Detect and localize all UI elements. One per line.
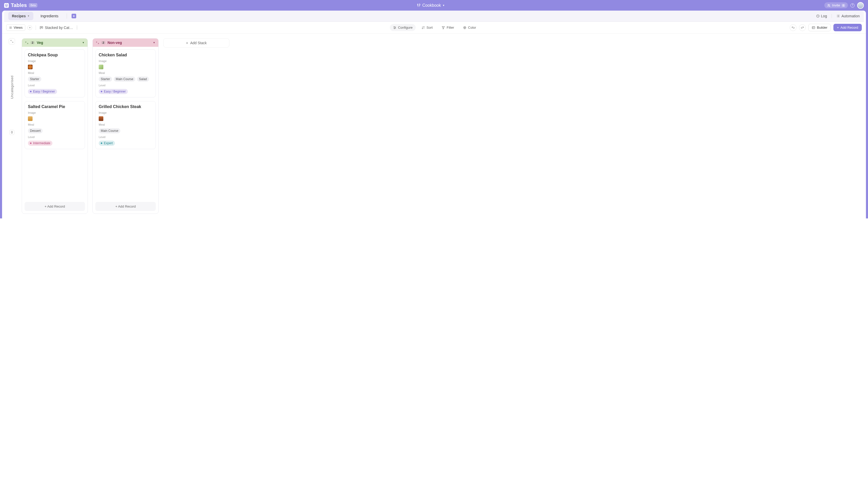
add-tab-button[interactable]: + [72, 14, 76, 18]
level-text: Easy / Beginner [33, 90, 55, 93]
filter-label: Filter [447, 26, 454, 29]
meal-tag: Salad [137, 77, 149, 82]
card-title: Chicken Salad [99, 53, 152, 57]
meal-tag: Main Course [99, 128, 121, 133]
tab-label: Ingredients [41, 14, 59, 18]
add-record-label: Add Record [840, 26, 858, 29]
expand-icon[interactable] [9, 38, 15, 44]
stack-nonveg: 2 Non-veg ▼ Chicken Salad Image Meal Sta… [92, 38, 158, 214]
add-stack-label: Add Stack [190, 41, 207, 45]
level-badge: Expert [99, 141, 115, 146]
gear-icon [836, 14, 840, 18]
app-header: Tables Beta Cookbook ▼ Invite 6 ? [0, 0, 868, 11]
field-label-meal: Meal [99, 71, 152, 74]
svg-point-7 [394, 26, 394, 27]
svg-point-0 [828, 4, 829, 5]
redo-button[interactable] [799, 24, 806, 31]
people-icon [827, 3, 830, 7]
svg-rect-14 [812, 26, 815, 28]
chevron-down-icon[interactable]: ▼ [153, 41, 155, 44]
clock-icon [816, 14, 820, 18]
chevron-down-icon: ▼ [443, 4, 445, 7]
svg-point-13 [464, 28, 465, 28]
svg-rect-4 [40, 26, 41, 29]
meal-tag: Starter [99, 77, 112, 82]
recipe-card[interactable]: Chicken Salad Image Meal Starter Main Co… [95, 49, 156, 98]
field-label-image: Image [28, 111, 82, 114]
uncategorised-count: 0 [9, 130, 15, 135]
recipe-thumbnail [28, 64, 32, 69]
log-button[interactable]: Log [816, 14, 827, 18]
collapse-icon[interactable] [96, 41, 99, 44]
undo-button[interactable] [790, 24, 796, 31]
collapse-icon[interactable] [25, 41, 28, 44]
sort-button[interactable]: Sort [418, 24, 436, 31]
field-label-meal: Meal [28, 71, 82, 74]
field-label-meal: Meal [28, 123, 82, 126]
color-button[interactable]: Color [460, 24, 479, 31]
meal-tag: Starter [28, 77, 41, 82]
automation-button[interactable]: Automation [836, 14, 860, 18]
svg-rect-5 [41, 26, 42, 28]
help-icon[interactable]: ? [850, 3, 855, 8]
stack-veg: 2 Veg ▼ Chickpea Soup Image Meal Starter… [22, 38, 88, 214]
hamburger-icon [9, 26, 12, 29]
meal-tag: Main Course [114, 77, 135, 82]
chevron-down-icon[interactable]: ▼ [82, 41, 84, 44]
beta-badge: Beta [29, 3, 38, 7]
sort-icon [421, 26, 425, 29]
stack-count: 2 [101, 41, 105, 44]
svg-point-9 [394, 28, 394, 29]
invite-button[interactable]: Invite 6 [824, 2, 848, 8]
user-avatar[interactable] [857, 2, 864, 9]
views-button[interactable]: Views [6, 24, 25, 31]
stack-title: Veg [37, 41, 43, 45]
recipe-card[interactable]: Grilled Chicken Steak Image Meal Main Co… [95, 101, 156, 149]
svg-point-3 [838, 16, 839, 17]
tabs-right: Log Automation [816, 14, 860, 18]
builder-button[interactable]: Builder [808, 24, 830, 31]
builder-icon [812, 26, 815, 29]
current-view[interactable]: Stacked by Cat… [40, 26, 73, 30]
view-menu-icon[interactable]: ⋮ [75, 25, 79, 30]
tabs-left: Recipes ▼ Ingredients + [8, 12, 76, 20]
recipe-card[interactable]: Salted Caramel Pie Image Meal Dessert Le… [24, 101, 85, 149]
color-icon [463, 26, 466, 29]
sort-label: Sort [426, 26, 433, 29]
configure-button[interactable]: Configure [390, 24, 416, 31]
level-dot-icon [101, 91, 102, 92]
card-title: Chickpea Soup [28, 53, 82, 57]
header-right: Invite 6 ? [824, 2, 864, 9]
add-view-button[interactable]: + [28, 25, 32, 30]
recipe-card[interactable]: Chickpea Soup Image Meal Starter Level E… [24, 49, 85, 98]
cookbook-icon [417, 3, 421, 7]
add-record-row[interactable]: + Add Record [95, 202, 156, 211]
level-dot-icon [101, 142, 102, 144]
level-text: Intermediate [33, 141, 50, 145]
toolbar-right: Builder + Add Record [790, 24, 862, 31]
add-record-button[interactable]: + Add Record [834, 24, 862, 31]
level-dot-icon [30, 91, 32, 92]
add-stack-button[interactable]: + Add Stack [163, 38, 229, 48]
tab-ingredients[interactable]: Ingredients [37, 12, 62, 20]
toolbar-left: Views + Stacked by Cat… ⋮ [6, 24, 79, 31]
view-toolbar: Views + Stacked by Cat… ⋮ Configure Sort… [2, 22, 866, 33]
stack-body: Chickpea Soup Image Meal Starter Level E… [22, 47, 87, 202]
field-label-level: Level [28, 135, 82, 139]
filter-button[interactable]: Filter [438, 24, 457, 31]
stack-header[interactable]: 2 Veg ▼ [22, 39, 87, 47]
field-label-meal: Meal [99, 123, 152, 126]
tab-recipes[interactable]: Recipes ▼ [8, 12, 33, 20]
level-text: Easy / Beginner [104, 90, 126, 93]
field-label-level: Level [28, 84, 82, 87]
stack-header[interactable]: 2 Non-veg ▼ [93, 39, 158, 47]
tabs-bar: Recipes ▼ Ingredients + Log Automation [4, 11, 864, 22]
level-badge: Easy / Beginner [28, 89, 57, 94]
plus-icon: + [837, 26, 839, 29]
filter-icon [442, 26, 445, 29]
uncategorised-column[interactable]: Uncategorised 0 [7, 38, 17, 135]
meal-tag: Dessert [28, 128, 43, 133]
header-left: Tables Beta [4, 2, 37, 8]
add-record-row[interactable]: + Add Record [24, 202, 85, 211]
workspace-selector[interactable]: Cookbook ▼ [417, 3, 445, 8]
